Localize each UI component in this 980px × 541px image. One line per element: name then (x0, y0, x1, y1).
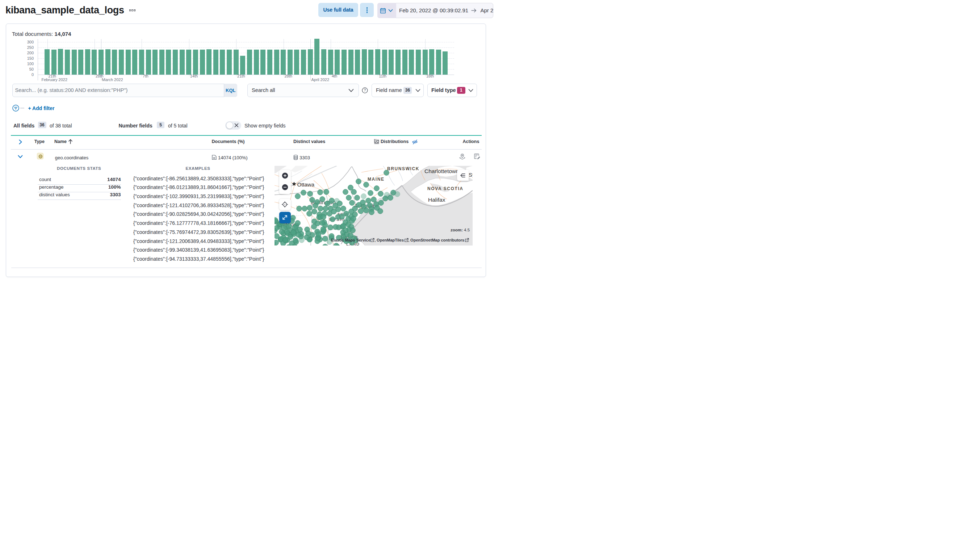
svg-text:?: ? (364, 88, 366, 92)
svg-text:Ottawa: Ottawa (298, 181, 315, 188)
svg-text:zoom: 4.5: zoom: 4.5 (450, 228, 470, 232)
svg-text:NOVA SCOTIA: NOVA SCOTIA (427, 186, 464, 191)
svg-text:MAINE: MAINE (368, 177, 385, 182)
svg-text:Halifax: Halifax (428, 197, 445, 203)
svg-text:, OpenMapTiles: , OpenMapTiles (374, 238, 404, 242)
svg-text:Elastic Maps Service: Elastic Maps Service (331, 238, 371, 242)
svg-text:, OpenStreetMap contributors: , OpenStreetMap contributors (408, 238, 464, 242)
svg-text:BRUNSWICK: BRUNSWICK (387, 166, 419, 171)
svg-text:Charlottetown: Charlottetown (425, 168, 459, 174)
svg-text:Sy: Sy (469, 172, 473, 178)
